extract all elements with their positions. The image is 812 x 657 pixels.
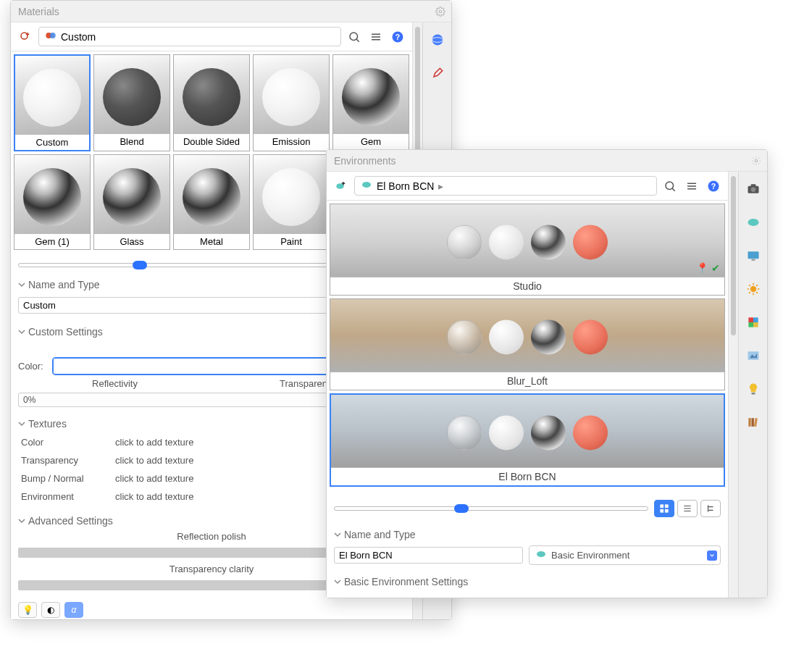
search-icon[interactable] <box>346 28 363 46</box>
reflectivity-label: Reflectivity <box>18 377 212 390</box>
svg-point-13 <box>362 182 371 188</box>
basic-env-settings-header[interactable]: Basic Environment Settings <box>334 573 721 590</box>
svg-rect-27 <box>751 259 755 261</box>
preview-mode-lightbulb[interactable]: 💡 <box>18 602 37 618</box>
side-eyedropper-icon[interactable] <box>427 63 448 83</box>
material-thumb[interactable]: Emission <box>253 54 330 151</box>
chevron-down-icon <box>334 578 341 585</box>
side-environment-icon[interactable] <box>743 212 763 233</box>
chevron-down-icon <box>334 531 341 538</box>
svg-rect-19 <box>661 509 664 512</box>
svg-point-28 <box>750 286 756 292</box>
side-library-icon[interactable] <box>743 412 763 432</box>
transparency-clarity-bar[interactable] <box>18 580 367 590</box>
svg-rect-36 <box>748 418 750 427</box>
dropdown-caret-icon <box>707 551 717 561</box>
check-icon: ✔ <box>711 262 720 274</box>
svg-point-3 <box>50 33 56 38</box>
material-thumb[interactable]: Double Sided <box>173 54 250 151</box>
menu-icon[interactable] <box>683 177 700 195</box>
environment-icon <box>361 179 372 193</box>
svg-rect-20 <box>665 509 668 512</box>
help-icon[interactable]: ? <box>389 28 406 46</box>
chevron-down-icon <box>18 328 25 335</box>
view-grid-button[interactable] <box>654 500 674 517</box>
view-tree-button[interactable] <box>700 500 721 517</box>
pin-icon: 📍 <box>696 262 708 274</box>
environment-item[interactable]: 📍✔ Studio <box>330 204 725 296</box>
texture-row-label: Bump / Normal <box>21 473 115 484</box>
material-thumb[interactable]: Paint <box>253 154 330 250</box>
gear-icon[interactable] <box>435 7 445 17</box>
svg-point-9 <box>432 35 443 46</box>
breadcrumb-label: Custom <box>61 31 96 43</box>
svg-text:?: ? <box>395 32 400 41</box>
material-thumb[interactable]: Blend <box>93 54 170 151</box>
chevron-down-icon <box>18 517 25 524</box>
svg-rect-29 <box>748 317 753 322</box>
svg-rect-38 <box>753 418 757 427</box>
reflectivity-pct[interactable]: 0% <box>18 393 350 407</box>
environments-title: Environments <box>334 155 396 167</box>
view-list-button[interactable] <box>677 500 698 517</box>
add-material-icon[interactable] <box>17 28 34 46</box>
materials-header: Materials <box>11 1 451 22</box>
svg-point-0 <box>439 10 442 13</box>
search-icon[interactable] <box>661 177 679 195</box>
menu-icon[interactable] <box>367 28 385 46</box>
svg-rect-37 <box>751 418 753 427</box>
material-thumb[interactable]: Custom <box>14 54 91 151</box>
color-label: Color: <box>18 361 47 372</box>
svg-rect-17 <box>661 505 664 508</box>
reflection-polish-bar[interactable] <box>18 548 367 558</box>
environment-icon <box>535 548 547 562</box>
chevron-down-icon <box>18 281 25 288</box>
preview-mode-sphere[interactable]: ◐ <box>41 602 60 618</box>
custom-material-icon <box>45 30 56 43</box>
side-sun-icon[interactable] <box>743 279 763 299</box>
material-name-input[interactable] <box>18 297 338 314</box>
material-thumb[interactable]: Metal <box>173 154 250 250</box>
preview-mode-alpha[interactable]: α <box>64 602 83 618</box>
add-environment-icon[interactable] <box>332 177 350 195</box>
side-bulb-icon[interactable] <box>743 379 763 399</box>
materials-breadcrumb[interactable]: Custom <box>38 27 341 46</box>
svg-rect-18 <box>665 505 668 508</box>
svg-point-12 <box>336 183 344 189</box>
side-image-icon[interactable] <box>743 346 763 366</box>
material-thumb[interactable]: Gem <box>332 54 409 151</box>
environments-panel: Environments El Born BCN ▸ ? <box>326 149 768 598</box>
environments-toolbar: El Born BCN ▸ ? <box>327 172 728 201</box>
side-globe-icon[interactable] <box>427 30 448 50</box>
environments-scrollbar[interactable] <box>728 172 738 598</box>
svg-point-14 <box>666 182 674 190</box>
env-name-type-header[interactable]: Name and Type <box>334 526 721 543</box>
texture-row-label: Environment <box>21 491 115 502</box>
side-camera-icon[interactable] <box>743 179 763 199</box>
chevron-right-icon: ▸ <box>438 180 443 192</box>
svg-rect-30 <box>753 317 758 322</box>
svg-point-1 <box>21 33 28 39</box>
help-icon[interactable]: ? <box>705 177 722 195</box>
svg-rect-26 <box>748 251 758 259</box>
environment-item[interactable]: El Born BCN <box>330 393 725 487</box>
color-swatch-input[interactable] <box>53 358 373 374</box>
svg-point-11 <box>755 159 758 162</box>
gear-icon[interactable] <box>751 156 761 166</box>
environment-name-input[interactable] <box>334 547 523 564</box>
svg-point-25 <box>748 219 758 226</box>
materials-toolbar: Custom ? <box>11 22 412 51</box>
environment-type-select[interactable]: Basic Environment <box>529 545 721 565</box>
env-thumb-size-slider[interactable] <box>334 506 648 511</box>
svg-point-23 <box>750 188 756 193</box>
svg-rect-32 <box>753 322 758 327</box>
side-palette-icon[interactable] <box>743 312 763 332</box>
svg-rect-31 <box>748 322 753 327</box>
environment-item[interactable]: Blur_Loft <box>330 298 725 390</box>
svg-text:?: ? <box>711 181 716 190</box>
svg-point-21 <box>537 551 545 557</box>
material-thumb[interactable]: Gem (1) <box>14 154 91 250</box>
environments-breadcrumb[interactable]: El Born BCN ▸ <box>354 176 657 196</box>
side-display-icon[interactable] <box>743 246 763 266</box>
material-thumb[interactable]: Glass <box>93 154 170 250</box>
